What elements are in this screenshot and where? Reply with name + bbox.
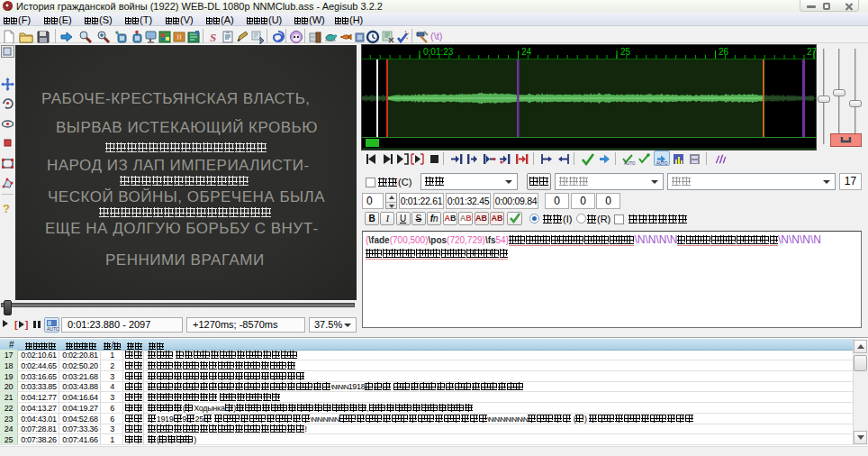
svg-text:S: S: [210, 31, 216, 44]
svg-text:AUTO: AUTO: [624, 161, 636, 166]
svg-text:AUTO: AUTO: [656, 161, 668, 166]
svg-text:AUTO: AUTO: [47, 326, 59, 332]
